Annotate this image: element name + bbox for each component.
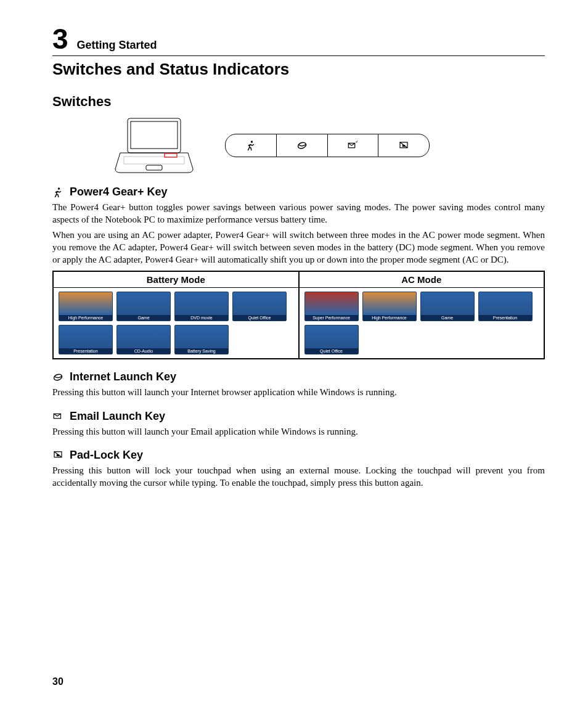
document-page: 3 Getting Started Switches and Status In… (0, 0, 588, 712)
heading-padlock: Pad-Lock Key (70, 449, 143, 462)
heading-row-padlock: Pad-Lock Key (52, 449, 545, 462)
panel-cell-running (226, 134, 277, 157)
mode-tile: High Performance (362, 292, 417, 321)
mode-tile-label: Presentation (479, 315, 532, 321)
internet-paragraph: Pressing this button will launch your In… (52, 386, 545, 398)
padlock-icon (398, 140, 409, 151)
mode-tile-label: Game (421, 315, 474, 321)
battery-tiles: High PerformanceGameDVD movieQuiet Offic… (59, 292, 293, 354)
section-heading-switches: Switches (52, 94, 545, 110)
ac-modes-cell: Super PerformanceHigh PerformanceGamePre… (300, 288, 544, 358)
mode-tile: Game (116, 292, 171, 321)
battery-modes-cell: High PerformanceGameDVD movieQuiet Offic… (54, 288, 300, 358)
panel-cell-globe (277, 134, 328, 157)
mode-tile-label: High Performance (363, 315, 416, 321)
switches-illustration (114, 116, 545, 174)
panel-cell-email (328, 134, 379, 157)
ac-tiles: Super PerformanceHigh PerformanceGamePre… (304, 292, 539, 354)
mode-tile-label: DVD movie (175, 315, 228, 321)
email-icon (347, 140, 358, 151)
mode-tile: Quiet Office (304, 325, 359, 354)
mode-tile-label: Presentation (59, 348, 112, 354)
chapter-header: 3 Getting Started (52, 25, 545, 53)
globe-icon (296, 140, 308, 151)
mode-table: Battery Mode AC Mode High PerformanceGam… (52, 271, 545, 359)
mode-tile: Presentation (478, 292, 533, 321)
heading-email: Email Launch Key (70, 410, 165, 423)
heading-row-email: Email Launch Key (52, 410, 545, 423)
mode-tile-label: Quiet Office (305, 348, 358, 354)
running-icon (52, 187, 63, 198)
laptop-icon (114, 116, 194, 174)
mode-tile: Quiet Office (232, 292, 287, 321)
mode-tile: CD-Audio (116, 325, 171, 354)
heading-internet: Internet Launch Key (70, 370, 176, 383)
divider (52, 55, 545, 56)
chapter-label: Getting Started (77, 39, 157, 52)
switch-panel (225, 134, 430, 157)
panel-cell-padlock (378, 134, 429, 157)
padlock-icon (52, 449, 63, 460)
padlock-paragraph: Pressing this button will lock your touc… (52, 464, 545, 489)
page-number: 30 (52, 676, 63, 687)
power4-paragraph-2: When you are using an AC power adapter, … (52, 229, 545, 266)
svg-rect-3 (146, 165, 162, 170)
svg-point-5 (251, 141, 253, 142)
svg-rect-0 (128, 118, 181, 153)
heading-row-internet: Internet Launch Key (52, 370, 545, 383)
chapter-number: 3 (52, 25, 68, 53)
mode-tile-label: High Performance (59, 315, 112, 321)
svg-point-10 (58, 187, 60, 189)
mode-tile: Game (420, 292, 475, 321)
mode-tile: Super Performance (304, 292, 359, 321)
power4-paragraph-1: The Power4 Gear+ button toggles power sa… (52, 201, 545, 226)
mode-tile-label: Game (117, 315, 170, 321)
mode-tile-label: Battery Saving (175, 348, 228, 354)
svg-rect-1 (131, 121, 178, 149)
table-header-ac: AC Mode (300, 272, 544, 287)
svg-rect-4 (124, 157, 184, 164)
heading-power4: Power4 Gear+ Key (70, 186, 168, 198)
mode-tile-label: Quiet Office (233, 315, 286, 321)
globe-icon (52, 372, 63, 383)
table-header-battery: Battery Mode (54, 272, 300, 287)
heading-row-power4: Power4 Gear+ Key (52, 186, 545, 198)
mode-tile: Battery Saving (174, 325, 229, 354)
email-icon (52, 411, 63, 422)
running-icon (245, 140, 256, 151)
mode-tile-label: CD-Audio (117, 348, 170, 354)
email-paragraph: Pressing this button will launch your Em… (52, 425, 545, 438)
mode-tile-label: Super Performance (305, 315, 358, 321)
mode-tile: Presentation (59, 325, 113, 354)
mode-tile: High Performance (59, 292, 113, 321)
page-title: Switches and Status Indicators (52, 60, 545, 79)
mode-tile: DVD movie (174, 292, 229, 321)
